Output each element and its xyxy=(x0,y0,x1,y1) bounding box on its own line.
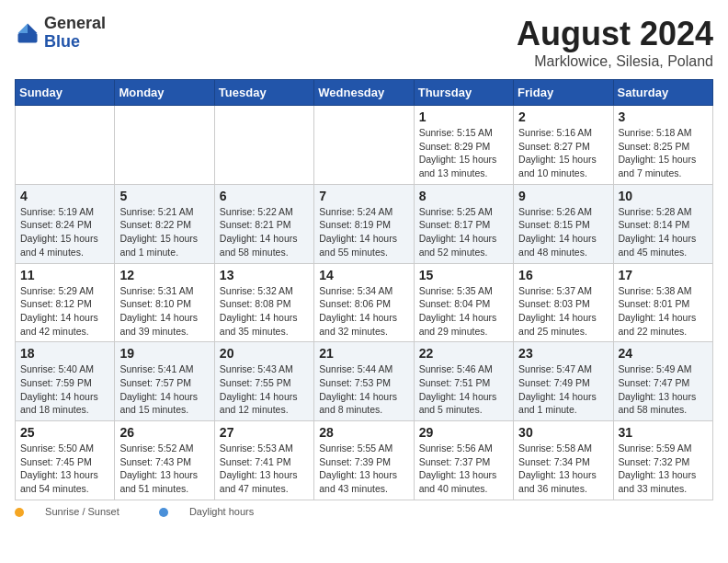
calendar-cell xyxy=(115,106,214,185)
month-year: August 2024 xyxy=(517,15,713,53)
calendar-cell: 2Sunrise: 5:16 AMSunset: 8:27 PMDaylight… xyxy=(514,106,613,185)
header-day-thursday: Thursday xyxy=(414,80,513,106)
calendar-cell: 31Sunrise: 5:59 AMSunset: 7:32 PMDayligh… xyxy=(613,421,712,500)
calendar-cell: 14Sunrise: 5:34 AMSunset: 8:06 PMDayligh… xyxy=(314,263,414,342)
day-info: Sunrise: 5:32 AMSunset: 8:08 PMDaylight:… xyxy=(220,284,309,339)
day-info: Sunrise: 5:46 AMSunset: 7:51 PMDaylight:… xyxy=(419,362,508,417)
calendar-cell: 28Sunrise: 5:55 AMSunset: 7:39 PMDayligh… xyxy=(314,421,414,500)
svg-rect-3 xyxy=(18,33,38,43)
calendar-cell xyxy=(214,106,313,185)
day-info: Sunrise: 5:44 AMSunset: 7:53 PMDaylight:… xyxy=(319,362,408,417)
sunrise-legend: Sunrise / Sunset xyxy=(15,506,141,517)
week-row-2: 4Sunrise: 5:19 AMSunset: 8:24 PMDaylight… xyxy=(16,184,713,263)
logo-general: General xyxy=(44,15,106,33)
day-number: 26 xyxy=(119,425,209,440)
calendar-cell: 29Sunrise: 5:56 AMSunset: 7:37 PMDayligh… xyxy=(414,421,513,500)
footer-note: Sunrise / Sunset Daylight hours xyxy=(15,506,713,517)
calendar-cell: 15Sunrise: 5:35 AMSunset: 8:04 PMDayligh… xyxy=(414,263,513,342)
day-info: Sunrise: 5:28 AMSunset: 8:14 PMDaylight:… xyxy=(619,205,708,259)
svg-marker-2 xyxy=(18,23,28,33)
day-info: Sunrise: 5:59 AMSunset: 7:32 PMDaylight:… xyxy=(619,442,708,496)
day-info: Sunrise: 5:55 AMSunset: 7:39 PMDaylight:… xyxy=(319,442,408,496)
day-number: 7 xyxy=(319,189,408,203)
calendar-table: SundayMondayTuesdayWednesdayThursdayFrid… xyxy=(15,79,713,500)
day-number: 23 xyxy=(518,346,608,361)
header-day-tuesday: Tuesday xyxy=(214,80,313,106)
week-row-5: 25Sunrise: 5:50 AMSunset: 7:45 PMDayligh… xyxy=(16,421,713,500)
title-block: August 2024 Marklowice, Silesia, Poland xyxy=(517,15,713,70)
day-number: 24 xyxy=(619,346,708,361)
calendar-cell: 4Sunrise: 5:19 AMSunset: 8:24 PMDaylight… xyxy=(16,184,115,263)
day-number: 18 xyxy=(20,346,109,361)
day-number: 17 xyxy=(619,268,708,282)
day-info: Sunrise: 5:41 AMSunset: 7:57 PMDaylight:… xyxy=(119,362,209,417)
day-number: 29 xyxy=(419,425,508,440)
calendar-cell: 22Sunrise: 5:46 AMSunset: 7:51 PMDayligh… xyxy=(414,342,513,421)
calendar-cell: 6Sunrise: 5:22 AMSunset: 8:21 PMDaylight… xyxy=(214,184,313,263)
day-info: Sunrise: 5:34 AMSunset: 8:06 PMDaylight:… xyxy=(319,284,408,339)
day-number: 14 xyxy=(319,268,408,282)
day-number: 11 xyxy=(20,268,109,282)
calendar-cell: 12Sunrise: 5:31 AMSunset: 8:10 PMDayligh… xyxy=(115,263,214,342)
day-info: Sunrise: 5:18 AMSunset: 8:25 PMDaylight:… xyxy=(619,126,708,180)
day-number: 21 xyxy=(319,346,408,361)
calendar-cell: 23Sunrise: 5:47 AMSunset: 7:49 PMDayligh… xyxy=(514,342,613,421)
calendar-cell: 1Sunrise: 5:15 AMSunset: 8:29 PMDaylight… xyxy=(414,106,513,185)
calendar-cell: 10Sunrise: 5:28 AMSunset: 8:14 PMDayligh… xyxy=(613,184,712,263)
calendar-cell xyxy=(16,106,115,185)
week-row-4: 18Sunrise: 5:40 AMSunset: 7:59 PMDayligh… xyxy=(16,342,713,421)
day-number: 12 xyxy=(119,268,209,282)
day-info: Sunrise: 5:31 AMSunset: 8:10 PMDaylight:… xyxy=(119,284,209,339)
calendar-cell xyxy=(314,106,414,185)
day-info: Sunrise: 5:37 AMSunset: 8:03 PMDaylight:… xyxy=(518,284,608,339)
day-number: 16 xyxy=(518,268,608,282)
calendar-cell: 30Sunrise: 5:58 AMSunset: 7:34 PMDayligh… xyxy=(514,421,613,500)
calendar-cell: 8Sunrise: 5:25 AMSunset: 8:17 PMDaylight… xyxy=(414,184,513,263)
day-number: 22 xyxy=(419,346,508,361)
day-number: 3 xyxy=(619,109,708,124)
calendar-cell: 27Sunrise: 5:53 AMSunset: 7:41 PMDayligh… xyxy=(214,421,313,500)
header-day-saturday: Saturday xyxy=(613,80,712,106)
calendar-cell: 20Sunrise: 5:43 AMSunset: 7:55 PMDayligh… xyxy=(214,342,313,421)
day-number: 10 xyxy=(619,189,708,203)
location: Marklowice, Silesia, Poland xyxy=(517,53,713,70)
day-info: Sunrise: 5:52 AMSunset: 7:43 PMDaylight:… xyxy=(119,442,209,496)
day-number: 27 xyxy=(220,425,309,440)
header-day-friday: Friday xyxy=(514,80,613,106)
header-day-monday: Monday xyxy=(115,80,214,106)
calendar-cell: 19Sunrise: 5:41 AMSunset: 7:57 PMDayligh… xyxy=(115,342,214,421)
day-info: Sunrise: 5:29 AMSunset: 8:12 PMDaylight:… xyxy=(20,284,109,339)
day-info: Sunrise: 5:50 AMSunset: 7:45 PMDaylight:… xyxy=(20,442,109,496)
day-info: Sunrise: 5:22 AMSunset: 8:21 PMDaylight:… xyxy=(220,205,309,259)
day-number: 28 xyxy=(319,425,408,440)
day-info: Sunrise: 5:24 AMSunset: 8:19 PMDaylight:… xyxy=(319,205,408,259)
calendar-cell: 18Sunrise: 5:40 AMSunset: 7:59 PMDayligh… xyxy=(16,342,115,421)
day-info: Sunrise: 5:38 AMSunset: 8:01 PMDaylight:… xyxy=(619,284,708,339)
day-number: 30 xyxy=(518,425,608,440)
calendar-cell: 25Sunrise: 5:50 AMSunset: 7:45 PMDayligh… xyxy=(16,421,115,500)
day-info: Sunrise: 5:40 AMSunset: 7:59 PMDaylight:… xyxy=(20,362,109,417)
day-number: 2 xyxy=(518,109,608,124)
day-info: Sunrise: 5:19 AMSunset: 8:24 PMDaylight:… xyxy=(20,205,109,259)
day-number: 15 xyxy=(419,268,508,282)
day-number: 13 xyxy=(220,268,309,282)
calendar-cell: 21Sunrise: 5:44 AMSunset: 7:53 PMDayligh… xyxy=(314,342,414,421)
calendar-cell: 3Sunrise: 5:18 AMSunset: 8:25 PMDaylight… xyxy=(613,106,712,185)
day-number: 4 xyxy=(20,189,109,203)
page-header: General Blue August 2024 Marklowice, Sil… xyxy=(15,15,713,70)
week-row-3: 11Sunrise: 5:29 AMSunset: 8:12 PMDayligh… xyxy=(16,263,713,342)
calendar-cell: 26Sunrise: 5:52 AMSunset: 7:43 PMDayligh… xyxy=(115,421,214,500)
day-number: 5 xyxy=(119,189,209,203)
svg-marker-1 xyxy=(28,23,38,33)
day-info: Sunrise: 5:26 AMSunset: 8:15 PMDaylight:… xyxy=(518,205,608,259)
calendar-cell: 9Sunrise: 5:26 AMSunset: 8:15 PMDaylight… xyxy=(514,184,613,263)
day-number: 9 xyxy=(518,189,608,203)
day-info: Sunrise: 5:21 AMSunset: 8:22 PMDaylight:… xyxy=(119,205,209,259)
week-row-1: 1Sunrise: 5:15 AMSunset: 8:29 PMDaylight… xyxy=(16,106,713,185)
calendar-cell: 16Sunrise: 5:37 AMSunset: 8:03 PMDayligh… xyxy=(514,263,613,342)
day-info: Sunrise: 5:43 AMSunset: 7:55 PMDaylight:… xyxy=(220,362,309,417)
day-number: 6 xyxy=(220,189,309,203)
day-info: Sunrise: 5:25 AMSunset: 8:17 PMDaylight:… xyxy=(419,205,508,259)
daylight-dot-icon xyxy=(159,508,168,517)
calendar-cell: 13Sunrise: 5:32 AMSunset: 8:08 PMDayligh… xyxy=(214,263,313,342)
